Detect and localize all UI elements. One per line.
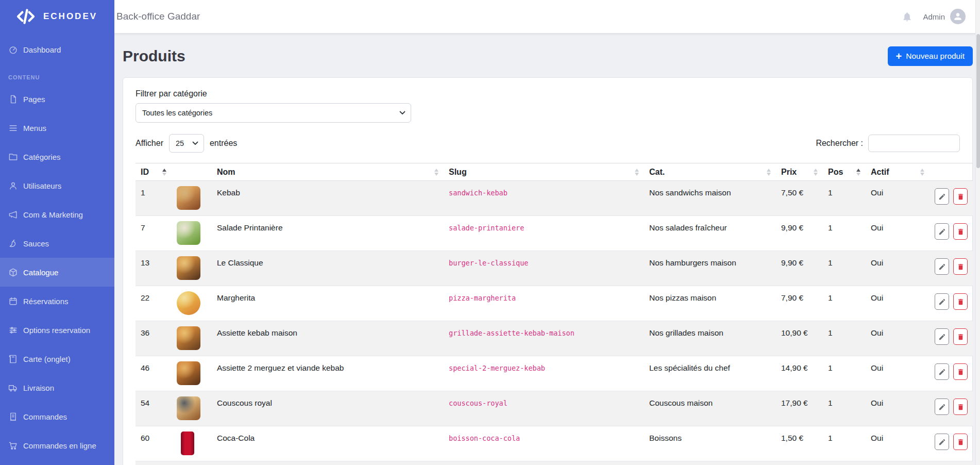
scrollbar-thumb[interactable] <box>976 34 980 168</box>
product-active: Oui <box>866 181 930 216</box>
sidebar-item-utilisateurs[interactable]: Utilisateurs <box>0 171 114 200</box>
sidebar-item-catalogue[interactable]: Catalogue <box>0 258 114 287</box>
product-position: 1 <box>823 251 866 286</box>
new-product-button[interactable]: + Nouveau produit <box>888 46 973 66</box>
sidebar-item-com-marketing[interactable]: Com & Marketing <box>0 200 114 229</box>
column-header-slug[interactable]: Slug <box>444 163 644 181</box>
product-image <box>177 221 200 245</box>
edit-button[interactable] <box>935 434 949 450</box>
product-image <box>177 326 200 350</box>
avatar <box>950 9 966 24</box>
pencil-icon <box>938 263 946 271</box>
sidebar-item-carte-onglet-[interactable]: Carte (onglet) <box>0 344 114 373</box>
topbar: Back-office Gaddar Admin <box>114 0 980 33</box>
trash-icon <box>957 333 965 341</box>
delete-button[interactable] <box>953 363 968 380</box>
delete-button[interactable] <box>953 188 968 205</box>
sidebar-item-commandes[interactable]: Commandes <box>0 402 114 431</box>
product-position: 1 <box>823 286 866 321</box>
page-size-value: 25 <box>176 139 184 147</box>
product-slug: couscous-royal <box>449 399 508 407</box>
table-row: 36 Assiette kebab maison grillade-assiet… <box>136 321 973 356</box>
sort-icon <box>814 169 818 176</box>
product-position: 1 <box>823 321 866 356</box>
page-title: Produits <box>123 47 185 65</box>
sidebar-item-options-reservation[interactable]: Options reservation <box>0 315 114 344</box>
delete-button[interactable] <box>953 293 968 310</box>
delete-button[interactable] <box>953 398 968 415</box>
scrollbar-track[interactable] <box>975 0 980 465</box>
column-header-pos[interactable]: Pos <box>823 163 866 181</box>
edit-button[interactable] <box>935 398 949 415</box>
delete-button[interactable] <box>953 258 968 275</box>
trash-icon <box>957 193 965 201</box>
sidebar-item-menus[interactable]: Menus <box>0 113 114 142</box>
sidebar-item-commandes-en-ligne[interactable]: Commandes en ligne <box>0 431 114 460</box>
product-slug: grillade-assiette-kebab-maison <box>449 329 575 337</box>
sidebar-item-livraison[interactable]: Livraison <box>0 373 114 402</box>
product-price: 7,90 € <box>776 286 823 321</box>
folder-icon <box>8 152 18 162</box>
edit-button[interactable] <box>935 258 949 275</box>
sort-icon <box>434 169 438 176</box>
table-row: 1 Kebab sandwich-kebab Nos sandwichs mai… <box>136 181 973 216</box>
products-card: Filtrer par catégorie Toutes les catégor… <box>123 77 973 465</box>
product-active: Oui <box>866 461 930 465</box>
edit-button[interactable] <box>935 223 949 240</box>
product-slug: pizza-margherita <box>449 294 516 302</box>
pencil-icon <box>938 438 946 446</box>
product-image <box>177 256 200 280</box>
table-row: 54 Couscous royal couscous-royal Couscou… <box>136 391 973 426</box>
delete-button[interactable] <box>953 434 968 450</box>
product-slug: salade-printaniere <box>449 224 524 232</box>
cart-icon <box>8 441 18 451</box>
product-category: Nos sandwichs maison <box>644 461 776 465</box>
delete-button[interactable] <box>953 328 968 345</box>
product-active: Oui <box>866 356 930 391</box>
product-name: Le Classique <box>212 251 444 286</box>
sidebar-item-cat-gories[interactable]: Catégories <box>0 142 114 171</box>
topbar-title: Back-office Gaddar <box>116 11 200 22</box>
column-header-cat-[interactable]: Cat. <box>644 163 776 181</box>
edit-button[interactable] <box>935 293 949 310</box>
user-icon <box>8 181 18 191</box>
column-header-prix[interactable]: Prix <box>776 163 823 181</box>
product-id: 13 <box>136 251 172 286</box>
bell-icon <box>902 11 913 22</box>
table-header-row: IDNomSlugCat.PrixPosActif <box>136 163 973 181</box>
filter-label: Filtrer par catégorie <box>136 89 960 98</box>
product-name: Assiette kebab maison <box>212 321 444 356</box>
sidebar-item-pages[interactable]: Pages <box>0 85 114 113</box>
delete-button[interactable] <box>953 223 968 240</box>
product-category: Couscous maison <box>644 391 776 426</box>
sidebar-item-dashboard[interactable]: Dashboard <box>0 35 114 64</box>
row-actions <box>935 258 968 275</box>
product-slug: burger-le-classique <box>449 259 528 267</box>
truck-icon <box>8 383 18 393</box>
sort-icon <box>767 169 771 176</box>
edit-button[interactable] <box>935 328 949 345</box>
sidebar-item-sauces[interactable]: Sauces <box>0 229 114 258</box>
product-image <box>181 431 194 455</box>
edit-button[interactable] <box>935 363 949 380</box>
product-id: 54 <box>136 391 172 426</box>
table-row: 13 Le Classique burger-le-classique Nos … <box>136 251 973 286</box>
column-header-actif[interactable]: Actif <box>866 163 930 181</box>
pencil-icon <box>938 228 946 236</box>
product-position: 1 <box>823 356 866 391</box>
entries-label: entrées <box>210 139 237 148</box>
product-id: 36 <box>136 321 172 356</box>
page-size-select[interactable]: 25 <box>169 134 204 153</box>
product-category: Nos salades fraîcheur <box>644 216 776 251</box>
notifications-button[interactable] <box>902 11 913 22</box>
column-header-nom[interactable]: Nom <box>212 163 444 181</box>
user-menu[interactable]: Admin <box>923 9 966 24</box>
column-header-id[interactable]: ID <box>136 163 172 181</box>
product-price: 17,90 € <box>776 391 823 426</box>
category-select[interactable]: Toutes les catégories <box>136 103 411 123</box>
row-actions <box>935 434 968 450</box>
product-id: 22 <box>136 286 172 321</box>
edit-button[interactable] <box>935 188 949 205</box>
search-input[interactable] <box>868 135 960 152</box>
sidebar-item-r-servations[interactable]: Réservations <box>0 287 114 315</box>
